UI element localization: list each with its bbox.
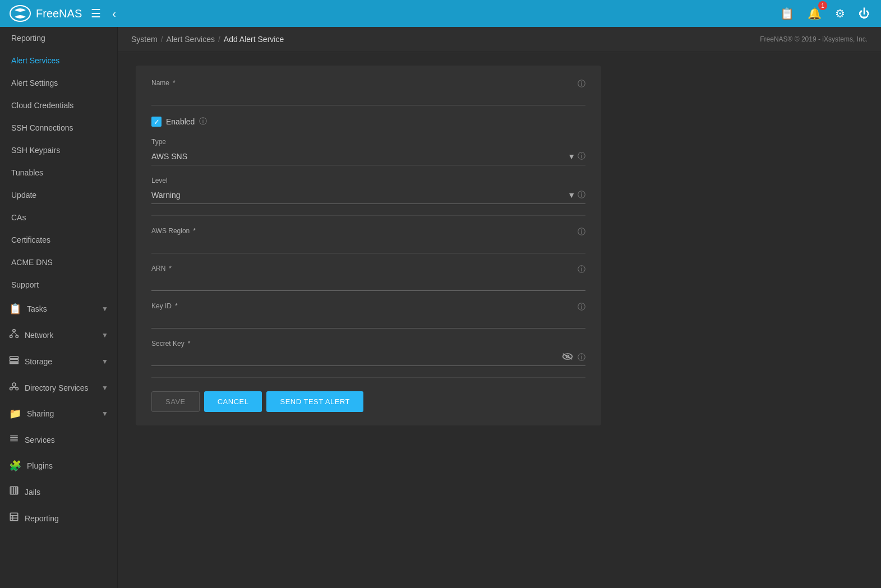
settings-icon[interactable]: ⚙: [833, 4, 847, 22]
services-icon: [9, 433, 19, 446]
enabled-help-icon[interactable]: ⓘ: [199, 117, 207, 127]
name-help-icon[interactable]: ⓘ: [578, 79, 585, 89]
sidebar-group-plugins[interactable]: 🧩 Plugins: [0, 453, 117, 479]
secret-key-required-asterisk: *: [188, 340, 191, 348]
add-alert-service-form: Name * ⓘ ✓ Enabled ⓘ: [136, 66, 601, 425]
svg-rect-6: [10, 356, 19, 359]
aws-region-help-icon[interactable]: ⓘ: [578, 227, 585, 237]
level-select[interactable]: Info Notice Warning Error Critical Alert…: [151, 191, 568, 200]
sidebar-group-sharing[interactable]: 📁 Sharing ▼: [0, 401, 117, 427]
toggle-password-icon[interactable]: [560, 353, 575, 363]
save-button[interactable]: SAVE: [151, 391, 200, 412]
type-dropdown-arrow: ▼: [568, 152, 575, 161]
layout: Reporting Alert Services Alert Settings …: [0, 27, 881, 588]
notification-badge: 1: [818, 1, 827, 10]
sidebar-item-support-label: Support: [11, 280, 39, 289]
sidebar-group-directory-services[interactable]: Directory Services ▼: [0, 374, 117, 401]
aws-region-required-asterisk: *: [193, 227, 196, 235]
key-id-help-icon[interactable]: ⓘ: [578, 302, 585, 312]
sidebar-group-network[interactable]: Network ▼: [0, 322, 117, 348]
sidebar-group-tasks[interactable]: 📋 Tasks ▼: [0, 296, 117, 322]
plugins-icon: 🧩: [9, 460, 21, 472]
sidebar-item-certificates-label: Certificates: [11, 235, 50, 244]
clipboard-icon[interactable]: 📋: [778, 4, 796, 22]
enabled-checkbox[interactable]: ✓: [151, 117, 162, 127]
name-label: Name *: [151, 79, 176, 87]
power-icon[interactable]: ⏻: [856, 5, 872, 22]
notification-icon[interactable]: 🔔 1: [805, 4, 824, 22]
directory-services-icon: [9, 381, 19, 394]
sidebar-item-cas[interactable]: CAs: [0, 206, 117, 229]
freenas-logo-icon: [9, 4, 31, 22]
breadcrumb-copyright: FreeNAS® © 2019 - iXsystems, Inc.: [760, 35, 868, 43]
plugins-label: Plugins: [27, 461, 53, 470]
svg-point-9: [12, 383, 16, 386]
storage-chevron: ▼: [102, 358, 108, 365]
sidebar-item-acme-dns[interactable]: ACME DNS: [0, 251, 117, 274]
topnav-left: FreeNAS ☰ ‹: [9, 4, 118, 22]
sidebar-item-alert-settings[interactable]: Alert Settings: [0, 72, 117, 94]
sidebar-item-update[interactable]: Update: [0, 184, 117, 206]
content: Name * ⓘ ✓ Enabled ⓘ: [118, 52, 881, 588]
type-select[interactable]: AWS SNS Email HipChat InfluxDB Mattermos…: [151, 152, 568, 161]
sidebar-item-ssh-connections[interactable]: SSH Connections: [0, 117, 117, 139]
hamburger-icon[interactable]: ☰: [89, 4, 103, 22]
sidebar-item-alert-settings-label: Alert Settings: [11, 78, 58, 87]
aws-region-input[interactable]: [151, 237, 585, 253]
sharing-label: Sharing: [27, 409, 54, 418]
breadcrumb-sep-1: /: [161, 35, 163, 44]
sidebar-item-alert-services[interactable]: Alert Services: [0, 49, 117, 72]
name-required-asterisk: *: [173, 79, 176, 87]
arn-help-icon[interactable]: ⓘ: [578, 265, 585, 275]
sidebar-item-cloud-credentials[interactable]: Cloud Credentials: [0, 94, 117, 117]
sidebar-group-services[interactable]: Services: [0, 427, 117, 453]
breadcrumb-system[interactable]: System: [131, 35, 158, 44]
sidebar-item-certificates[interactable]: Certificates: [0, 229, 117, 251]
directory-services-chevron: ▼: [102, 384, 108, 392]
breadcrumb-current: Add Alert Service: [224, 35, 284, 44]
sidebar-item-tunables[interactable]: Tunables: [0, 161, 117, 184]
logo-text: FreeNAS: [36, 7, 82, 20]
enabled-label: Enabled: [166, 117, 195, 126]
sidebar-item-tunables-label: Tunables: [11, 168, 43, 177]
svg-line-4: [11, 332, 14, 335]
jails-label: Jails: [25, 488, 40, 497]
svg-rect-8: [10, 363, 19, 364]
sidebar-item-reporting-label: Reporting: [11, 34, 45, 43]
sidebar-group-reporting-main[interactable]: Reporting: [0, 505, 117, 531]
reporting-main-icon: [9, 512, 19, 525]
arn-field-row: ARN * ⓘ: [151, 265, 585, 291]
breadcrumb-alert-services[interactable]: Alert Services: [167, 35, 215, 44]
level-help-icon[interactable]: ⓘ: [578, 190, 585, 200]
storage-label: Storage: [25, 357, 52, 366]
svg-rect-7: [10, 359, 19, 362]
type-help-icon[interactable]: ⓘ: [578, 151, 585, 161]
send-test-alert-button[interactable]: SEND TEST ALERT: [266, 391, 363, 412]
level-label: Level: [151, 177, 585, 184]
sidebar-item-ssh-keypairs-label: SSH Keypairs: [11, 146, 60, 155]
svg-point-1: [13, 330, 16, 332]
sidebar-item-support[interactable]: Support: [0, 274, 117, 296]
svg-point-3: [16, 335, 19, 338]
sidebar-item-reporting[interactable]: Reporting: [0, 27, 117, 49]
secret-key-input[interactable]: [151, 350, 560, 365]
type-field-row: Type AWS SNS Email HipChat InfluxDB Matt…: [151, 138, 585, 165]
sidebar-group-jails[interactable]: Jails: [0, 479, 117, 505]
sidebar-item-ssh-keypairs[interactable]: SSH Keypairs: [0, 139, 117, 161]
type-label: Type: [151, 138, 585, 146]
key-id-required-asterisk: *: [175, 302, 178, 310]
name-input[interactable]: [151, 89, 585, 105]
secret-key-label: Secret Key *: [151, 340, 190, 348]
logo: FreeNAS: [9, 4, 82, 22]
cancel-button[interactable]: CANCEL: [204, 391, 262, 412]
svg-point-0: [10, 6, 30, 21]
svg-line-5: [14, 332, 17, 335]
secret-key-help-icon[interactable]: ⓘ: [578, 353, 585, 363]
arn-required-asterisk: *: [169, 265, 172, 272]
sidebar-group-storage[interactable]: Storage ▼: [0, 348, 117, 374]
network-icon: [9, 328, 19, 341]
storage-icon: [9, 355, 19, 368]
back-icon[interactable]: ‹: [110, 5, 118, 22]
arn-input[interactable]: [151, 275, 585, 291]
key-id-input[interactable]: [151, 312, 585, 328]
